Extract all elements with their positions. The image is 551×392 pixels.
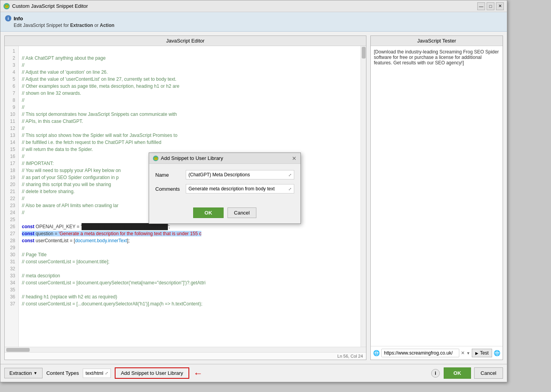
add-snippet-label: Add Snippet to User Library: [121, 370, 183, 376]
add-snippet-button[interactable]: Add Snippet to User Library: [115, 367, 190, 379]
extraction-label: Extraction: [9, 370, 32, 376]
minimize-button[interactable]: —: [477, 2, 485, 10]
main-ok-label: OK: [453, 370, 461, 376]
globe-icon-2: 🌐: [494, 350, 500, 356]
info-button-round[interactable]: i: [431, 369, 440, 378]
tester-dropdown-arrow[interactable]: ▼: [466, 351, 470, 355]
modal-ok-label: OK: [204, 210, 212, 216]
chevron-down-icon: ▼: [34, 371, 37, 375]
main-cancel-label: Cancel: [481, 370, 496, 376]
content-types-label: Content Types: [46, 370, 79, 376]
maximize-button[interactable]: □: [487, 2, 494, 10]
modal-cancel-button[interactable]: Cancel: [228, 208, 256, 218]
info-subtitle-suffix: or: [93, 23, 100, 28]
modal-name-label: Name: [155, 172, 183, 178]
app-icon: 🐸: [4, 3, 10, 9]
editor-panel-header: JavaScript Editor: [5, 36, 366, 46]
globe-icon-tester: 🌐: [373, 350, 380, 356]
info-title: i Info: [5, 15, 502, 21]
modal-comments-label: Comments: [155, 186, 183, 192]
info-title-text: Info: [14, 16, 23, 21]
info-subtitle-bold2: Action: [100, 23, 114, 28]
title-bar-left: 🐸 Custom JavaScript Snippet Editor: [4, 3, 88, 9]
content-types-input[interactable]: text/html ⤢: [83, 369, 110, 378]
modal-name-row: Name (ChatGPT) Meta Descriptions ⤢: [155, 170, 294, 179]
modal-comments-input[interactable]: Generate meta description from body text…: [186, 184, 294, 193]
tester-panel: JavaScript Tester [Download the industry…: [370, 35, 503, 360]
main-cancel-button[interactable]: Cancel: [474, 367, 503, 379]
tester-body: [Download the industry-leading Screaming…: [371, 46, 503, 346]
editor-hscroll[interactable]: [5, 347, 366, 352]
bottom-right-buttons: OK Cancel: [444, 367, 503, 379]
window-title: Custom JavaScript Snippet Editor: [12, 3, 88, 9]
modal-body: Name (ChatGPT) Meta Descriptions ⤢ Comme…: [149, 164, 300, 204]
modal-name-expand-icon[interactable]: ⤢: [288, 173, 291, 177]
tester-url-clear[interactable]: ✕: [461, 350, 465, 356]
modal-title-text: Add Snippet to User Library: [161, 155, 223, 161]
tester-footer: 🌐 ✕ ▼ ▶ Test 🌐: [371, 346, 503, 360]
add-snippet-modal: 🐸 Add Snippet to User Library ✕ Name (Ch…: [149, 153, 301, 224]
modal-app-icon: 🐸: [153, 156, 158, 161]
scrollbar-thumb[interactable]: [362, 47, 366, 59]
bottom-bar: Extraction ▼ Content Types text/html ⤢ A…: [0, 364, 507, 382]
expand-icon: ⤢: [105, 371, 108, 375]
extraction-dropdown[interactable]: Extraction ▼: [4, 368, 43, 378]
tester-panel-header: JavaScript Tester: [371, 36, 503, 46]
modal-title-left: 🐸 Add Snippet to User Library: [153, 155, 223, 161]
info-subtitle: Edit JavaScript Snippet for Extraction o…: [5, 23, 502, 28]
tester-content: [Download the industry-leading Screaming…: [374, 49, 499, 66]
editor-status: Ln 56, Col 24: [338, 354, 363, 358]
main-window: 🐸 Custom JavaScript Snippet Editor — □ ✕…: [0, 0, 507, 382]
modal-comments-row: Comments Generate meta description from …: [155, 184, 294, 193]
info-bar: i Info Edit JavaScript Snippet for Extra…: [0, 12, 507, 32]
info-icon: i: [5, 15, 11, 21]
modal-name-input[interactable]: (ChatGPT) Meta Descriptions ⤢: [186, 170, 294, 179]
hscroll-thumb[interactable]: [6, 348, 30, 352]
editor-footer: Ln 56, Col 24: [5, 352, 366, 360]
title-bar: 🐸 Custom JavaScript Snippet Editor — □ ✕: [0, 0, 507, 12]
line-numbers: 12345 678910 1112131415 1617181920 21222…: [5, 46, 19, 347]
modal-title-bar: 🐸 Add Snippet to User Library ✕: [149, 153, 300, 164]
red-arrow-indicator: ←: [193, 368, 203, 379]
close-button[interactable]: ✕: [496, 2, 504, 10]
editor-scrollbar[interactable]: [361, 46, 366, 347]
test-label: Test: [480, 350, 489, 356]
play-icon: ▶: [475, 351, 478, 355]
main-ok-button[interactable]: OK: [444, 367, 471, 379]
title-bar-controls: — □ ✕: [477, 2, 504, 10]
info-subtitle-bold: Extraction: [70, 23, 93, 28]
modal-footer: OK Cancel: [149, 204, 300, 223]
content-types-value: text/html: [85, 371, 103, 376]
modal-ok-button[interactable]: OK: [193, 208, 224, 218]
tester-url-input[interactable]: [381, 349, 459, 357]
modal-name-value: (ChatGPT) Meta Descriptions: [188, 172, 288, 177]
modal-comments-value: Generate meta description from body text: [188, 186, 288, 192]
info-subtitle-prefix: Edit JavaScript Snippet for: [14, 23, 70, 28]
modal-comments-expand-icon[interactable]: ⤢: [288, 187, 291, 191]
modal-close-button[interactable]: ✕: [292, 155, 297, 161]
modal-cancel-label: Cancel: [234, 210, 250, 216]
test-button[interactable]: ▶ Test: [472, 349, 492, 357]
